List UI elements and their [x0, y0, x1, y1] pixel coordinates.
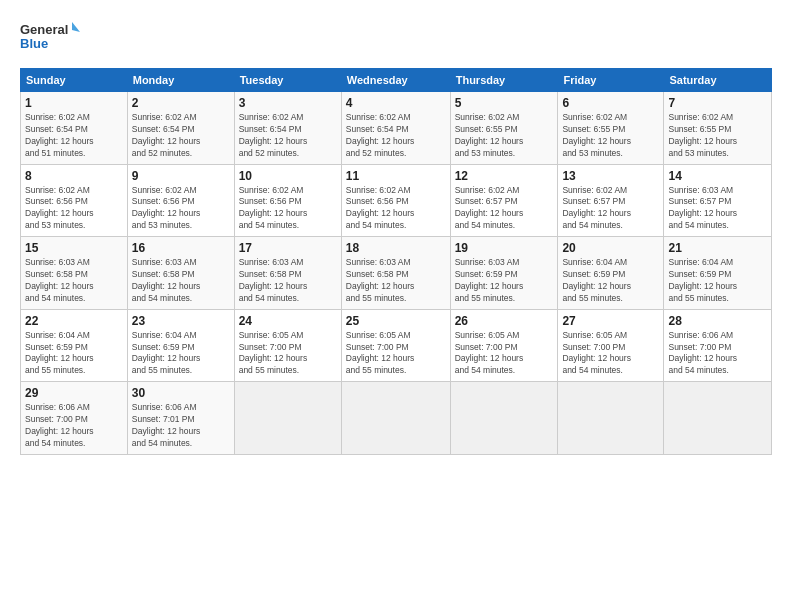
- day-info: Sunrise: 6:04 AM Sunset: 6:59 PM Dayligh…: [25, 330, 123, 378]
- day-info: Sunrise: 6:06 AM Sunset: 7:00 PM Dayligh…: [25, 402, 123, 450]
- day-number: 23: [132, 314, 230, 328]
- day-number: 21: [668, 241, 767, 255]
- week-row-3: 15Sunrise: 6:03 AM Sunset: 6:58 PM Dayli…: [21, 237, 772, 310]
- day-number: 15: [25, 241, 123, 255]
- day-number: 3: [239, 96, 337, 110]
- calendar-cell: 2Sunrise: 6:02 AM Sunset: 6:54 PM Daylig…: [127, 92, 234, 165]
- day-info: Sunrise: 6:02 AM Sunset: 6:55 PM Dayligh…: [562, 112, 659, 160]
- day-info: Sunrise: 6:04 AM Sunset: 6:59 PM Dayligh…: [132, 330, 230, 378]
- day-number: 26: [455, 314, 554, 328]
- calendar-cell: 20Sunrise: 6:04 AM Sunset: 6:59 PM Dayli…: [558, 237, 664, 310]
- day-number: 1: [25, 96, 123, 110]
- calendar-cell: 14Sunrise: 6:03 AM Sunset: 6:57 PM Dayli…: [664, 164, 772, 237]
- week-row-1: 1Sunrise: 6:02 AM Sunset: 6:54 PM Daylig…: [21, 92, 772, 165]
- day-info: Sunrise: 6:03 AM Sunset: 6:57 PM Dayligh…: [668, 185, 767, 233]
- day-number: 11: [346, 169, 446, 183]
- calendar-cell: 9Sunrise: 6:02 AM Sunset: 6:56 PM Daylig…: [127, 164, 234, 237]
- calendar-cell: [234, 382, 341, 455]
- header: General Blue: [20, 18, 772, 58]
- day-number: 4: [346, 96, 446, 110]
- day-info: Sunrise: 6:02 AM Sunset: 6:55 PM Dayligh…: [455, 112, 554, 160]
- day-number: 17: [239, 241, 337, 255]
- svg-marker-2: [72, 22, 80, 32]
- day-info: Sunrise: 6:02 AM Sunset: 6:54 PM Dayligh…: [346, 112, 446, 160]
- day-number: 27: [562, 314, 659, 328]
- calendar-cell: 19Sunrise: 6:03 AM Sunset: 6:59 PM Dayli…: [450, 237, 558, 310]
- day-number: 16: [132, 241, 230, 255]
- weekday-friday: Friday: [558, 69, 664, 92]
- weekday-saturday: Saturday: [664, 69, 772, 92]
- day-number: 19: [455, 241, 554, 255]
- calendar-cell: 24Sunrise: 6:05 AM Sunset: 7:00 PM Dayli…: [234, 309, 341, 382]
- day-number: 25: [346, 314, 446, 328]
- calendar-cell: 13Sunrise: 6:02 AM Sunset: 6:57 PM Dayli…: [558, 164, 664, 237]
- weekday-thursday: Thursday: [450, 69, 558, 92]
- calendar-header-row: SundayMondayTuesdayWednesdayThursdayFrid…: [21, 69, 772, 92]
- day-number: 18: [346, 241, 446, 255]
- day-info: Sunrise: 6:03 AM Sunset: 6:58 PM Dayligh…: [25, 257, 123, 305]
- calendar-cell: 4Sunrise: 6:02 AM Sunset: 6:54 PM Daylig…: [341, 92, 450, 165]
- day-info: Sunrise: 6:06 AM Sunset: 7:01 PM Dayligh…: [132, 402, 230, 450]
- calendar-cell: 11Sunrise: 6:02 AM Sunset: 6:56 PM Dayli…: [341, 164, 450, 237]
- calendar-cell: 1Sunrise: 6:02 AM Sunset: 6:54 PM Daylig…: [21, 92, 128, 165]
- day-info: Sunrise: 6:02 AM Sunset: 6:54 PM Dayligh…: [239, 112, 337, 160]
- day-info: Sunrise: 6:05 AM Sunset: 7:00 PM Dayligh…: [239, 330, 337, 378]
- weekday-sunday: Sunday: [21, 69, 128, 92]
- day-info: Sunrise: 6:02 AM Sunset: 6:56 PM Dayligh…: [25, 185, 123, 233]
- day-number: 13: [562, 169, 659, 183]
- calendar-cell: 28Sunrise: 6:06 AM Sunset: 7:00 PM Dayli…: [664, 309, 772, 382]
- day-info: Sunrise: 6:03 AM Sunset: 6:58 PM Dayligh…: [239, 257, 337, 305]
- calendar-cell: 5Sunrise: 6:02 AM Sunset: 6:55 PM Daylig…: [450, 92, 558, 165]
- calendar-cell: 30Sunrise: 6:06 AM Sunset: 7:01 PM Dayli…: [127, 382, 234, 455]
- day-info: Sunrise: 6:03 AM Sunset: 6:58 PM Dayligh…: [346, 257, 446, 305]
- calendar-cell: 16Sunrise: 6:03 AM Sunset: 6:58 PM Dayli…: [127, 237, 234, 310]
- calendar-cell: [450, 382, 558, 455]
- day-number: 6: [562, 96, 659, 110]
- day-number: 8: [25, 169, 123, 183]
- day-number: 7: [668, 96, 767, 110]
- day-info: Sunrise: 6:02 AM Sunset: 6:57 PM Dayligh…: [562, 185, 659, 233]
- weekday-tuesday: Tuesday: [234, 69, 341, 92]
- calendar-cell: 23Sunrise: 6:04 AM Sunset: 6:59 PM Dayli…: [127, 309, 234, 382]
- day-number: 10: [239, 169, 337, 183]
- calendar-cell: 7Sunrise: 6:02 AM Sunset: 6:55 PM Daylig…: [664, 92, 772, 165]
- page: General Blue SundayMondayTuesdayWednesda…: [0, 0, 792, 612]
- day-number: 5: [455, 96, 554, 110]
- logo: General Blue: [20, 18, 80, 58]
- svg-text:General: General: [20, 22, 68, 37]
- calendar-cell: 26Sunrise: 6:05 AM Sunset: 7:00 PM Dayli…: [450, 309, 558, 382]
- day-number: 30: [132, 386, 230, 400]
- day-number: 12: [455, 169, 554, 183]
- day-number: 9: [132, 169, 230, 183]
- day-info: Sunrise: 6:02 AM Sunset: 6:54 PM Dayligh…: [132, 112, 230, 160]
- day-info: Sunrise: 6:02 AM Sunset: 6:54 PM Dayligh…: [25, 112, 123, 160]
- weekday-monday: Monday: [127, 69, 234, 92]
- calendar: SundayMondayTuesdayWednesdayThursdayFrid…: [20, 68, 772, 455]
- day-info: Sunrise: 6:02 AM Sunset: 6:56 PM Dayligh…: [132, 185, 230, 233]
- calendar-cell: [664, 382, 772, 455]
- day-info: Sunrise: 6:05 AM Sunset: 7:00 PM Dayligh…: [455, 330, 554, 378]
- calendar-cell: 6Sunrise: 6:02 AM Sunset: 6:55 PM Daylig…: [558, 92, 664, 165]
- day-info: Sunrise: 6:04 AM Sunset: 6:59 PM Dayligh…: [668, 257, 767, 305]
- day-info: Sunrise: 6:06 AM Sunset: 7:00 PM Dayligh…: [668, 330, 767, 378]
- day-info: Sunrise: 6:02 AM Sunset: 6:55 PM Dayligh…: [668, 112, 767, 160]
- weekday-wednesday: Wednesday: [341, 69, 450, 92]
- week-row-5: 29Sunrise: 6:06 AM Sunset: 7:00 PM Dayli…: [21, 382, 772, 455]
- calendar-cell: [341, 382, 450, 455]
- logo-svg: General Blue: [20, 18, 80, 58]
- day-info: Sunrise: 6:02 AM Sunset: 6:56 PM Dayligh…: [346, 185, 446, 233]
- calendar-cell: 27Sunrise: 6:05 AM Sunset: 7:00 PM Dayli…: [558, 309, 664, 382]
- calendar-body: 1Sunrise: 6:02 AM Sunset: 6:54 PM Daylig…: [21, 92, 772, 455]
- week-row-4: 22Sunrise: 6:04 AM Sunset: 6:59 PM Dayli…: [21, 309, 772, 382]
- day-info: Sunrise: 6:02 AM Sunset: 6:57 PM Dayligh…: [455, 185, 554, 233]
- calendar-cell: 12Sunrise: 6:02 AM Sunset: 6:57 PM Dayli…: [450, 164, 558, 237]
- day-info: Sunrise: 6:05 AM Sunset: 7:00 PM Dayligh…: [346, 330, 446, 378]
- day-number: 24: [239, 314, 337, 328]
- calendar-cell: 15Sunrise: 6:03 AM Sunset: 6:58 PM Dayli…: [21, 237, 128, 310]
- calendar-cell: 25Sunrise: 6:05 AM Sunset: 7:00 PM Dayli…: [341, 309, 450, 382]
- day-info: Sunrise: 6:03 AM Sunset: 6:59 PM Dayligh…: [455, 257, 554, 305]
- day-number: 20: [562, 241, 659, 255]
- day-number: 22: [25, 314, 123, 328]
- svg-text:Blue: Blue: [20, 36, 48, 51]
- day-info: Sunrise: 6:05 AM Sunset: 7:00 PM Dayligh…: [562, 330, 659, 378]
